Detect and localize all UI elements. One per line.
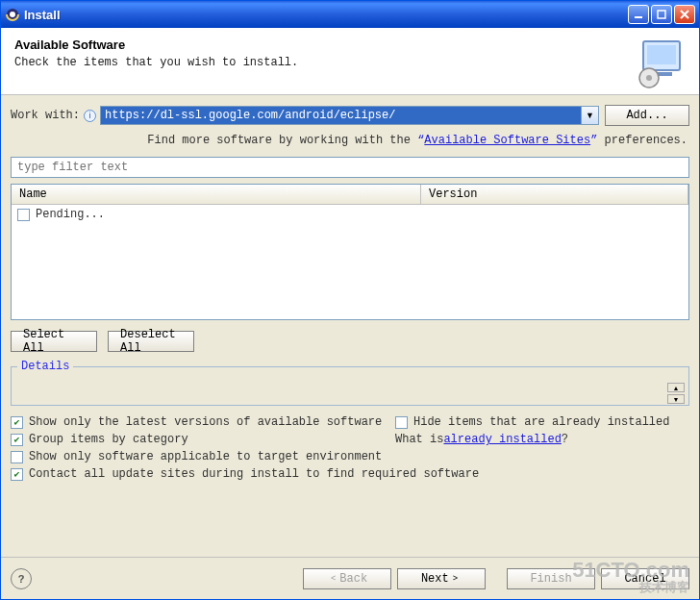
pending-checkbox[interactable]	[17, 209, 30, 221]
chk-group[interactable]: ✔	[11, 434, 23, 446]
find-more-suffix: preferences.	[597, 134, 688, 147]
lbl-hide: Hide items that are already installed	[413, 415, 669, 429]
already-installed-suffix: ?	[562, 433, 568, 446]
info-icon[interactable]: i	[84, 110, 96, 122]
col-name[interactable]: Name	[12, 185, 421, 204]
svg-point-1	[10, 12, 15, 17]
maximize-button[interactable]	[651, 5, 672, 24]
work-with-input[interactable]	[101, 107, 581, 124]
already-installed-prefix: What is	[395, 433, 443, 446]
cancel-button[interactable]: Cancel	[601, 568, 689, 589]
help-button[interactable]: ?	[11, 568, 32, 589]
tree-header: Name Version	[12, 185, 688, 205]
add-button[interactable]: Add...	[605, 105, 689, 126]
finish-button[interactable]: Finish	[507, 568, 595, 589]
svg-rect-2	[635, 16, 642, 18]
details-group: Details ▲ ▼	[11, 360, 689, 406]
banner: Available Software Check the items that …	[1, 28, 699, 95]
banner-icon	[634, 36, 688, 89]
svg-point-8	[646, 75, 652, 81]
install-window: Install Available Software Check the ite…	[0, 0, 700, 600]
pending-label: Pending...	[36, 208, 105, 221]
banner-heading: Available Software	[14, 38, 686, 52]
work-with-row: Work with: i ▼ Add...	[11, 105, 689, 126]
banner-subtext: Check the items that you wish to install…	[14, 56, 686, 69]
titlebar[interactable]: Install	[1, 1, 699, 28]
options-grid: ✔ Show only the latest versions of avail…	[11, 413, 689, 483]
software-tree[interactable]: Name Version Pending...	[11, 184, 689, 320]
scroll-up-icon[interactable]: ▲	[667, 383, 685, 392]
wizard-footer: ? <Back Next> Finish Cancel	[1, 557, 699, 599]
close-button[interactable]	[674, 5, 695, 24]
already-installed-link[interactable]: already installed	[443, 433, 561, 446]
find-more-prefix: Find more software by working with the	[147, 134, 417, 147]
details-scroll[interactable]: ▲ ▼	[667, 383, 685, 404]
work-with-label: Work with:	[11, 109, 80, 122]
filter-input[interactable]	[11, 157, 689, 178]
deselect-all-button[interactable]: Deselect All	[108, 331, 194, 352]
work-with-combo[interactable]: ▼	[100, 106, 599, 125]
find-more-row: Find more software by working with the “…	[11, 130, 689, 157]
scroll-down-icon[interactable]: ▼	[667, 394, 685, 404]
tree-row-pending: Pending...	[17, 207, 683, 222]
title-text: Install	[24, 8, 626, 22]
col-version[interactable]: Version	[421, 185, 688, 204]
software-sites-link[interactable]: Available Software Sites	[424, 134, 590, 147]
details-legend: Details	[17, 360, 73, 373]
next-button[interactable]: Next>	[397, 568, 486, 589]
chk-hide[interactable]	[395, 416, 408, 429]
back-button[interactable]: <Back	[303, 568, 391, 589]
chk-latest[interactable]: ✔	[11, 416, 23, 429]
combo-drop-button[interactable]: ▼	[581, 107, 598, 124]
svg-rect-5	[647, 45, 676, 64]
lbl-latest: Show only the latest versions of availab…	[29, 415, 382, 429]
chk-contact[interactable]: ✔	[11, 468, 23, 481]
select-all-button[interactable]: Select All	[11, 331, 97, 352]
svg-rect-3	[658, 11, 665, 18]
chk-target[interactable]	[11, 451, 23, 463]
lbl-target: Show only software applicable to target …	[29, 450, 382, 463]
minimize-button[interactable]	[628, 5, 649, 24]
lbl-contact: Contact all update sites during install …	[29, 467, 479, 481]
selection-buttons: Select All Deselect All	[11, 328, 689, 352]
lbl-group: Group items by category	[29, 433, 188, 446]
app-icon	[5, 7, 20, 22]
